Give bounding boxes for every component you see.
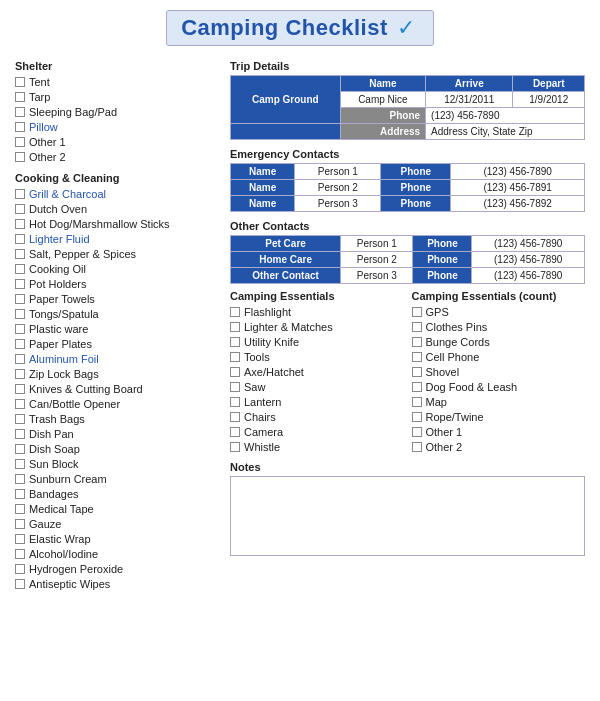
checkbox[interactable] [230, 367, 240, 377]
checkbox[interactable] [15, 234, 25, 244]
item-label: Paper Towels [29, 292, 95, 306]
item-label: Sleeping Bag/Pad [29, 105, 117, 119]
contact-number: (123) 456-7890 [472, 252, 585, 268]
main-layout: Shelter TentTarpSleeping Bag/PadPillowOt… [15, 60, 585, 592]
trip-details-title: Trip Details [230, 60, 585, 72]
emergency-contacts-title: Emergency Contacts [230, 148, 585, 160]
essentials-right-title: Camping Essentials (count) [412, 290, 586, 302]
checkbox[interactable] [15, 399, 25, 409]
checkbox[interactable] [15, 324, 25, 334]
list-item: Grill & Charcoal [15, 187, 220, 201]
item-label: GPS [426, 305, 449, 319]
contact-number: (123) 456-7890 [472, 268, 585, 284]
list-item: Paper Towels [15, 292, 220, 306]
address-label: Address [340, 124, 425, 140]
item-label: Trash Bags [29, 412, 85, 426]
checkbox[interactable] [15, 384, 25, 394]
list-item: Hot Dog/Marshmallow Sticks [15, 217, 220, 231]
table-row: Pet CarePerson 1Phone(123) 456-7890 [231, 236, 585, 252]
checkbox[interactable] [15, 459, 25, 469]
item-label: Tools [244, 350, 270, 364]
checkbox[interactable] [412, 307, 422, 317]
checkbox[interactable] [412, 337, 422, 347]
table-row: Home CarePerson 2Phone(123) 456-7890 [231, 252, 585, 268]
checkbox[interactable] [412, 322, 422, 332]
item-label: Flashlight [244, 305, 291, 319]
list-item: Other 2 [15, 150, 220, 164]
item-label: Hot Dog/Marshmallow Sticks [29, 217, 170, 231]
checkbox[interactable] [230, 427, 240, 437]
contact-number: (123) 456-7891 [451, 180, 585, 196]
checkbox[interactable] [230, 307, 240, 317]
list-item: Flashlight [230, 305, 404, 319]
checkbox[interactable] [15, 339, 25, 349]
checkbox[interactable] [230, 322, 240, 332]
checkbox[interactable] [412, 397, 422, 407]
checkbox[interactable] [15, 369, 25, 379]
essentials-left-title: Camping Essentials [230, 290, 404, 302]
checkbox[interactable] [15, 489, 25, 499]
checkbox[interactable] [15, 294, 25, 304]
list-item: Knives & Cutting Board [15, 382, 220, 396]
table-row: Other ContactPerson 3Phone(123) 456-7890 [231, 268, 585, 284]
checkbox[interactable] [15, 122, 25, 132]
list-item: Whistle [230, 440, 404, 454]
checkbox[interactable] [230, 337, 240, 347]
checkbox[interactable] [412, 382, 422, 392]
checkbox[interactable] [412, 412, 422, 422]
checkbox[interactable] [15, 204, 25, 214]
checkbox[interactable] [15, 429, 25, 439]
checkbox[interactable] [230, 397, 240, 407]
phone-label: Phone [340, 108, 425, 124]
checkbox[interactable] [15, 77, 25, 87]
list-item: Salt, Pepper & Spices [15, 247, 220, 261]
essentials-area: Camping Essentials FlashlightLighter & M… [230, 290, 585, 455]
checkbox[interactable] [15, 534, 25, 544]
checkbox[interactable] [15, 474, 25, 484]
list-item: Sleeping Bag/Pad [15, 105, 220, 119]
checkbox[interactable] [15, 189, 25, 199]
trip-depart-header: Depart [513, 76, 585, 92]
item-label: Pot Holders [29, 277, 86, 291]
camp-name: Camp Nice [340, 92, 425, 108]
checkbox[interactable] [15, 444, 25, 454]
table-row: NamePerson 3Phone(123) 456-7892 [231, 196, 585, 212]
list-item: Cooking Oil [15, 262, 220, 276]
list-item: Paper Plates [15, 337, 220, 351]
arrive-date: 12/31/2011 [426, 92, 513, 108]
checkbox[interactable] [15, 414, 25, 424]
checkbox[interactable] [412, 352, 422, 362]
list-item: Elastic Wrap [15, 532, 220, 546]
checkbox[interactable] [230, 442, 240, 452]
checkbox[interactable] [15, 107, 25, 117]
checkbox[interactable] [230, 412, 240, 422]
list-item: Tongs/Spatula [15, 307, 220, 321]
item-label: Gauze [29, 517, 61, 531]
notes-box[interactable] [230, 476, 585, 556]
checkbox[interactable] [15, 264, 25, 274]
checkbox[interactable] [15, 219, 25, 229]
checkbox[interactable] [412, 367, 422, 377]
checkbox[interactable] [15, 249, 25, 259]
checkbox[interactable] [412, 427, 422, 437]
checkbox[interactable] [15, 579, 25, 589]
checkbox[interactable] [15, 279, 25, 289]
list-item: Other 2 [412, 440, 586, 454]
item-label: Axe/Hatchet [244, 365, 304, 379]
checkbox[interactable] [15, 309, 25, 319]
item-label: Dish Soap [29, 442, 80, 456]
item-label: Sunburn Cream [29, 472, 107, 486]
checkbox[interactable] [15, 137, 25, 147]
checkbox[interactable] [15, 549, 25, 559]
checkbox[interactable] [15, 354, 25, 364]
checkbox[interactable] [15, 519, 25, 529]
checkbox[interactable] [15, 92, 25, 102]
list-item: Other 1 [412, 425, 586, 439]
checkbox[interactable] [15, 564, 25, 574]
list-item: Lighter Fluid [15, 232, 220, 246]
checkbox[interactable] [412, 442, 422, 452]
checkbox[interactable] [15, 504, 25, 514]
checkbox[interactable] [230, 382, 240, 392]
checkbox[interactable] [230, 352, 240, 362]
checkbox[interactable] [15, 152, 25, 162]
